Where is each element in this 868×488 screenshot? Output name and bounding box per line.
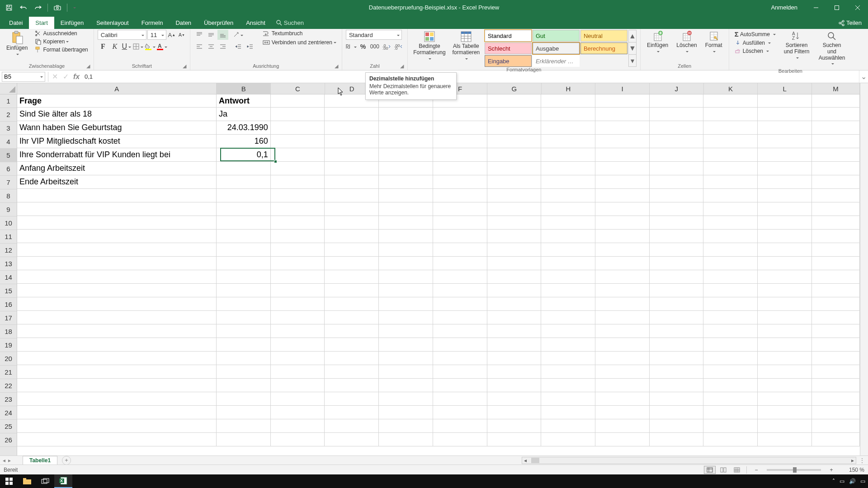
zoom-slider[interactable] — [767, 469, 821, 471]
cell[interactable] — [487, 162, 542, 175]
cell[interactable] — [758, 365, 812, 379]
fill-button[interactable]: Ausfüllen — [733, 39, 778, 47]
cell[interactable] — [271, 379, 325, 392]
cell[interactable] — [541, 311, 595, 324]
cell[interactable] — [379, 284, 433, 297]
tray-network-icon[interactable]: ▭ — [840, 478, 844, 484]
cell[interactable] — [325, 270, 379, 284]
cell[interactable] — [217, 230, 271, 243]
cell[interactable] — [541, 216, 595, 230]
cell[interactable] — [379, 419, 433, 433]
cell[interactable] — [595, 148, 650, 162]
cell[interactable] — [325, 406, 379, 419]
cell[interactable] — [379, 148, 433, 162]
cell[interactable] — [433, 338, 487, 352]
cell[interactable] — [812, 270, 860, 284]
cell[interactable] — [17, 270, 217, 284]
cell[interactable] — [812, 121, 860, 135]
cell[interactable] — [541, 352, 595, 365]
cell[interactable] — [650, 189, 704, 202]
cell[interactable] — [487, 392, 542, 406]
column-header[interactable]: G — [487, 83, 542, 94]
cell[interactable] — [379, 121, 433, 135]
select-all-corner[interactable] — [0, 83, 17, 94]
cell-style-erklärender …[interactable]: Erklärender … — [533, 55, 580, 67]
cell[interactable] — [650, 324, 704, 338]
save-icon[interactable] — [3, 1, 15, 14]
cell[interactable] — [17, 392, 217, 406]
cell[interactable] — [541, 419, 595, 433]
cell[interactable] — [758, 284, 812, 297]
tab-start[interactable]: Start — [29, 17, 54, 29]
cell[interactable] — [217, 216, 271, 230]
cell[interactable] — [812, 311, 860, 324]
cell[interactable] — [433, 162, 487, 175]
font-color-icon[interactable]: A — [156, 42, 167, 52]
cell[interactable] — [325, 433, 379, 446]
wrap-text-button[interactable]: Textumbruch — [261, 30, 338, 37]
cell[interactable] — [271, 135, 325, 148]
cell[interactable] — [703, 324, 758, 338]
cell[interactable] — [541, 243, 595, 257]
column-header[interactable]: K — [704, 83, 758, 94]
cell[interactable] — [595, 365, 650, 379]
cell[interactable] — [650, 135, 704, 148]
cell[interactable] — [703, 257, 758, 270]
cell[interactable] — [595, 270, 650, 284]
tray-expand-icon[interactable]: ˄ — [832, 478, 835, 484]
cell[interactable] — [17, 338, 217, 352]
cell[interactable] — [325, 148, 379, 162]
row-header[interactable]: 25 — [0, 420, 17, 433]
cell[interactable] — [758, 243, 812, 257]
cell[interactable] — [595, 311, 650, 324]
cell[interactable] — [541, 175, 595, 189]
cell-style-neutral[interactable]: Neutral — [580, 30, 627, 42]
align-bottom-icon[interactable] — [217, 30, 228, 40]
cell[interactable] — [433, 365, 487, 379]
cell[interactable] — [217, 365, 271, 379]
tray-volume-icon[interactable]: 🔊 — [849, 478, 856, 484]
maximize-button[interactable] — [826, 0, 847, 15]
row-header[interactable]: 9 — [0, 203, 17, 216]
cell[interactable] — [325, 121, 379, 135]
number-dialog-launcher[interactable]: ◢ — [399, 63, 405, 69]
undo-icon[interactable] — [17, 1, 30, 14]
cell[interactable]: Frage — [17, 94, 217, 108]
cell[interactable] — [541, 365, 595, 379]
cell[interactable] — [487, 379, 542, 392]
font-dialog-launcher[interactable]: ◢ — [182, 63, 187, 69]
cell[interactable] — [650, 297, 704, 311]
cell[interactable] — [595, 94, 650, 108]
cell[interactable]: Sind Sie älter als 18 — [17, 108, 217, 121]
cell[interactable] — [703, 297, 758, 311]
cell[interactable] — [758, 406, 812, 419]
cell[interactable] — [758, 352, 812, 365]
zoom-out-icon[interactable]: − — [750, 466, 762, 474]
cell[interactable] — [325, 338, 379, 352]
cell[interactable] — [325, 189, 379, 202]
row-header[interactable]: 16 — [0, 298, 17, 311]
cell[interactable] — [487, 94, 542, 108]
cell[interactable] — [433, 324, 487, 338]
cell[interactable] — [650, 379, 704, 392]
cell[interactable] — [703, 284, 758, 297]
borders-icon[interactable] — [133, 42, 144, 52]
decrease-indent-icon[interactable] — [233, 42, 244, 52]
align-left-icon[interactable] — [194, 42, 205, 52]
cell[interactable] — [17, 202, 217, 216]
italic-icon[interactable]: K — [109, 42, 120, 52]
cell[interactable] — [17, 297, 217, 311]
cell[interactable] — [703, 135, 758, 148]
cell[interactable] — [379, 243, 433, 257]
row-header[interactable]: 4 — [0, 135, 17, 149]
cell[interactable] — [595, 324, 650, 338]
cell[interactable] — [217, 257, 271, 270]
cell[interactable] — [487, 419, 542, 433]
tab-formeln[interactable]: Formeln — [135, 17, 170, 29]
cell[interactable] — [487, 406, 542, 419]
align-center-icon[interactable] — [206, 42, 217, 52]
cell[interactable] — [433, 257, 487, 270]
cell[interactable] — [433, 379, 487, 392]
cell[interactable] — [217, 202, 271, 216]
row-header[interactable]: 8 — [0, 189, 17, 203]
